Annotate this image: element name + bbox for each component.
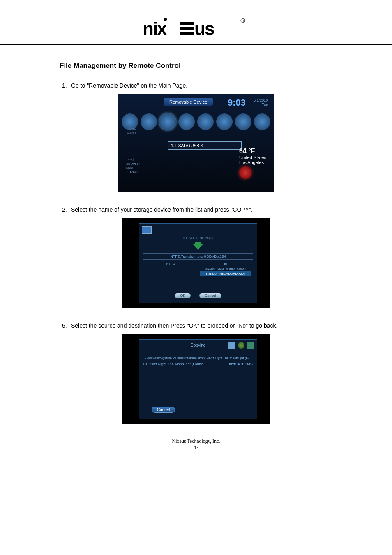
status-icon — [228, 342, 235, 349]
header-icons — [228, 341, 254, 349]
right-column: bt System Volume Information Transformer… — [198, 261, 253, 289]
weather-widget: 64 °F United States Los Angeles — [239, 148, 266, 179]
volume-label: NTFS — [145, 261, 196, 266]
file-size: 392KB/ 3. 3MB — [228, 362, 253, 366]
network-icon — [141, 113, 157, 130]
copy-path: /usb/usb0/System Volume Information/01.C… — [143, 356, 253, 360]
upnp-label: UPnP Media — [123, 127, 140, 135]
svg-text:us: us — [194, 18, 214, 39]
screenshot-copy-dialog: 01.ALL RISE.mp3 NTFS:Transformers.HDDVD.… — [122, 218, 270, 308]
media-icon — [254, 113, 270, 130]
free-label: Free: — [126, 166, 134, 170]
svg-text:nix: nix — [143, 18, 167, 39]
step-2: 2.Select the name of your storage device… — [60, 206, 332, 213]
ok-button: OK — [175, 293, 191, 298]
company-name: Nixeus Technology, Inc. — [0, 438, 392, 444]
page-number: 47 — [0, 444, 392, 451]
source-folder-icon — [142, 226, 152, 234]
icon-row — [122, 111, 270, 132]
cancel-button: Cancel — [152, 407, 175, 413]
folder-row: System Volume Information — [200, 266, 251, 271]
header-logo-bar: nix us R — [0, 12, 392, 45]
screenshot-main-page: Removable Device 9:03 6/1/2010 Tue — [118, 94, 274, 192]
step-text: Go to "Removable Device" on the Main Pag… — [71, 82, 187, 89]
bt-icon — [178, 113, 195, 130]
status-icon — [247, 342, 254, 349]
total-label: Total: — [126, 158, 135, 162]
left-column: NTFS — [143, 261, 198, 289]
weather-sun-icon — [239, 166, 251, 179]
location-country: United States — [239, 155, 266, 160]
source-file: 01.ALL RISE.mp3 — [143, 236, 253, 242]
cancel-button: Cancel — [199, 293, 221, 298]
tab-removable-device: Removable Device — [164, 98, 213, 106]
step-number: 5. — [62, 322, 71, 329]
device-list-item: 1. ESATA+USB S — [168, 141, 242, 150]
total-value: 30.22GB — [126, 162, 141, 166]
svg-text:R: R — [242, 19, 244, 22]
svg-rect-2 — [180, 27, 194, 30]
brand-logo: nix us R — [143, 16, 249, 41]
www-icon — [197, 113, 214, 130]
date-display: 6/1/2010 Tue — [254, 98, 268, 106]
screenshot-copying-dialog: Copying /usb/usb0/System Volume Informat… — [122, 334, 270, 424]
copy-file-progress: 01.Can't Fight The Moonlight (Latino ...… — [143, 362, 253, 366]
storage-stats: Total: 30.22GB Free: 7.37GB — [126, 158, 141, 174]
clock-display: 9:03 — [228, 97, 246, 108]
folder-row-selected: Transformers.HDDVD.x264 — [200, 271, 251, 276]
svg-rect-3 — [180, 22, 194, 25]
file-name: 01.Can't Fight The Moonlight (Latino ... — [143, 362, 207, 366]
location-city: Los Angeles — [239, 160, 266, 165]
usb-icon — [159, 113, 176, 130]
arrow-icon — [193, 244, 203, 250]
destination-path: NTFS:Transformers.HDDVD.x264 — [143, 253, 253, 260]
step-text: Select the source and destination then P… — [71, 322, 277, 329]
page-footer: Nixeus Technology, Inc. 47 — [0, 438, 392, 459]
free-value: 7.37GB — [126, 170, 138, 174]
temperature: 64 °F — [239, 148, 266, 155]
rss-icon — [216, 113, 233, 130]
folder-row: bt — [200, 261, 251, 266]
step-5: 5.Select the source and destination then… — [60, 322, 332, 329]
section-heading: File Management by Remote Control — [60, 62, 332, 70]
step-1: 1.Go to "Removable Device" on the Main P… — [60, 82, 332, 89]
svg-rect-4 — [180, 32, 194, 35]
step-number: 2. — [62, 206, 71, 213]
step-number: 1. — [62, 82, 71, 89]
step-text: Select the name of your storage device f… — [71, 206, 253, 213]
status-icon — [238, 342, 244, 349]
settings-icon — [235, 113, 251, 130]
